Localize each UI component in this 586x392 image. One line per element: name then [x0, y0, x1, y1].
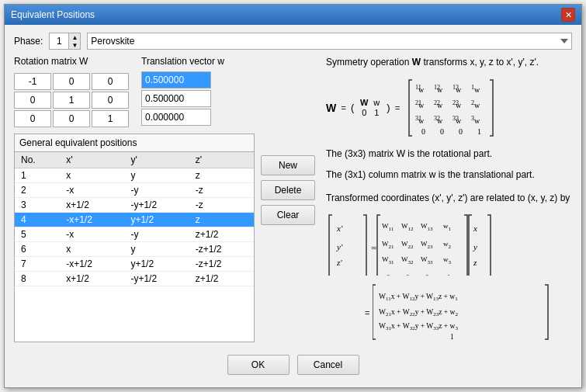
- cell-x: x: [60, 242, 124, 257]
- matrix-input-1-1[interactable]: [55, 92, 88, 108]
- cancel-button[interactable]: Cancel: [297, 355, 359, 375]
- w-symbol: W: [326, 102, 336, 114]
- cell-z: -z: [189, 183, 254, 198]
- matrix-section: Rotation matrix W: [14, 56, 317, 127]
- equals-sign: =: [341, 103, 346, 113]
- phase-number: 1: [50, 36, 68, 47]
- matrix-cell-2-2[interactable]: [92, 110, 129, 127]
- expansion-svg: W11x + W12y + W13z + w1 W21x + W22y + W2…: [373, 283, 551, 342]
- svg-text:W21: W21: [382, 240, 394, 250]
- matrix-cell-0-1[interactable]: [53, 73, 90, 90]
- matrix-input-1-2[interactable]: [94, 92, 127, 108]
- matrix-cell-1-1[interactable]: [53, 92, 90, 109]
- svg-text:W13: W13: [421, 222, 433, 232]
- svg-text:21: 21: [415, 99, 421, 106]
- svg-text:y: y: [473, 242, 477, 252]
- table-row[interactable]: 6xy-z+1/2: [15, 242, 254, 257]
- cell-no: 7: [15, 257, 60, 272]
- cell-y: y: [124, 242, 189, 257]
- cell-y: -y: [124, 183, 189, 198]
- svg-text:W12: W12: [401, 222, 414, 232]
- rotation-matrix-label: Rotation matrix W: [14, 56, 129, 67]
- spinbox-up[interactable]: ▲: [69, 33, 80, 41]
- matrix-cell-1-0[interactable]: [14, 92, 51, 109]
- svg-text:W21x + W22y + W23z + w2: W21x + W22y + W23z + w2: [379, 308, 458, 317]
- cell-no: 2: [15, 183, 60, 198]
- svg-text:1: 1: [450, 333, 454, 341]
- svg-text:32: 32: [434, 115, 440, 122]
- phase-spinbox[interactable]: 1 ▲ ▼: [49, 33, 81, 50]
- matrix-input-2-1[interactable]: [55, 111, 88, 127]
- svg-text:W32: W32: [401, 255, 414, 265]
- table-row[interactable]: 3x+1/2-y+1/2-z: [15, 198, 254, 213]
- matrix-cell-1-2[interactable]: [92, 92, 129, 109]
- svg-text:W11: W11: [382, 222, 394, 232]
- matrix-cell-0-2[interactable]: [92, 73, 129, 90]
- matrix-input-0-2[interactable]: [94, 74, 127, 89]
- right-panel: Symmetry operation W transforms x, y, z …: [326, 56, 572, 342]
- svg-text:33: 33: [453, 115, 459, 122]
- svg-text:1: 1: [471, 84, 474, 91]
- cell-no: 3: [15, 198, 60, 213]
- matrix-input-0-0[interactable]: [16, 74, 49, 89]
- cell-x: -x+1/2: [60, 257, 124, 272]
- vector-cell-0[interactable]: [141, 71, 211, 88]
- equals-sign2: =: [395, 103, 400, 113]
- vector-input-0[interactable]: [145, 75, 207, 85]
- w-row-01: 0 1: [359, 108, 382, 117]
- vector-cell-2[interactable]: [141, 109, 211, 126]
- matrix-cell-2-0[interactable]: [14, 110, 51, 127]
- svg-text:0: 0: [440, 127, 444, 136]
- svg-text:z: z: [473, 258, 477, 267]
- ok-button[interactable]: OK: [227, 355, 290, 375]
- svg-text:12: 12: [434, 84, 440, 91]
- matrix-cell-2-1[interactable]: [53, 110, 90, 127]
- cell-x: -x+1/2: [60, 213, 124, 227]
- action-buttons: New Delete Clear: [261, 134, 317, 342]
- cell-no: 5: [15, 227, 60, 242]
- clear-button[interactable]: Clear: [261, 205, 315, 225]
- equiv-table-container[interactable]: No. x' y' z' 1xyz2-x-y-z3x+1/2-y+1/2-z4-…: [15, 152, 254, 342]
- phase-dropdown[interactable]: Perovskite: [87, 33, 572, 50]
- vector-input-1[interactable]: [145, 93, 207, 104]
- svg-text:0: 0: [425, 273, 429, 276]
- w-row-labels: W w: [359, 98, 382, 107]
- close-paren1: ): [387, 102, 390, 113]
- matrix-input-0-1[interactable]: [55, 74, 88, 89]
- table-row[interactable]: 5-x-yz+1/2: [15, 227, 254, 242]
- table-row[interactable]: 8x+1/2-y+1/2z+1/2: [15, 272, 254, 286]
- svg-text:0: 0: [459, 127, 463, 136]
- new-button[interactable]: New: [261, 155, 315, 175]
- table-row[interactable]: 4-x+1/2y+1/2z: [15, 213, 254, 227]
- close-button[interactable]: ✕: [561, 8, 575, 22]
- phase-row: Phase: 1 ▲ ▼ Perovskite: [14, 33, 572, 50]
- matrix-input-2-0[interactable]: [16, 111, 49, 127]
- table-row[interactable]: 2-x-y-z: [15, 183, 254, 198]
- svg-text:x: x: [473, 224, 477, 233]
- svg-text:W11x + W12y + W13z + w1: W11x + W12y + W13z + w1: [379, 293, 458, 302]
- matrix-input-1-0[interactable]: [16, 92, 49, 108]
- cell-no: 4: [15, 213, 60, 227]
- svg-text:0: 0: [421, 127, 425, 136]
- cell-x: x+1/2: [60, 198, 124, 213]
- titlebar: Equivalent Positions ✕: [5, 5, 581, 25]
- table-row[interactable]: 1xyz: [15, 168, 254, 183]
- svg-text:w1: w1: [443, 222, 452, 232]
- matrix-cell-0-0[interactable]: [14, 73, 51, 90]
- delete-button[interactable]: Delete: [261, 180, 315, 200]
- matrix-input-2-2[interactable]: [94, 111, 127, 127]
- cell-z: z: [189, 168, 254, 183]
- spinbox-down[interactable]: ▼: [69, 41, 80, 49]
- col-no: No.: [15, 152, 60, 168]
- svg-text:31: 31: [415, 115, 421, 122]
- equals-expansion: =: [365, 308, 369, 317]
- svg-text:3: 3: [471, 115, 474, 122]
- vector-cell-1[interactable]: [141, 90, 211, 107]
- equiv-section: General equivalent positions No. x' y' z…: [14, 134, 317, 342]
- svg-text:w: w: [474, 116, 480, 125]
- main-window: Equivalent Positions ✕ Phase: 1 ▲ ▼ Pero…: [4, 4, 582, 388]
- svg-text:2: 2: [471, 99, 474, 106]
- cell-no: 8: [15, 272, 60, 286]
- table-row[interactable]: 7-x+1/2y+1/2-z+1/2: [15, 257, 254, 272]
- vector-input-2[interactable]: [145, 112, 207, 123]
